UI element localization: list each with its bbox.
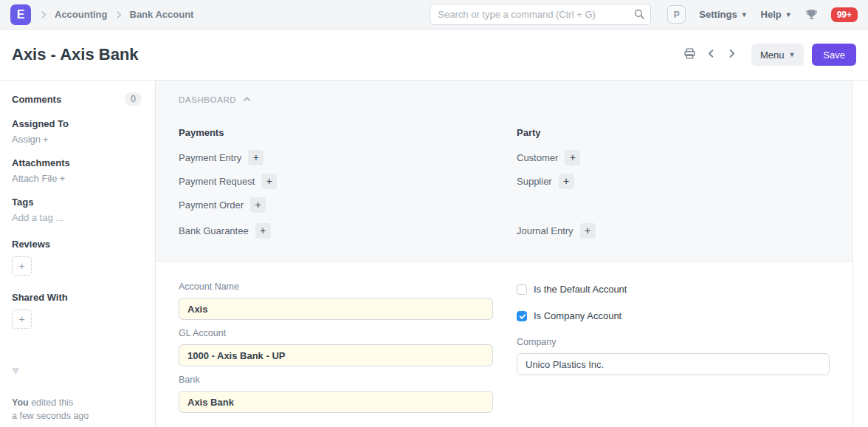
- add-journal-entry-button[interactable]: +: [580, 223, 596, 239]
- attachments-label: Attachments: [12, 157, 142, 168]
- plus-icon: +: [18, 313, 24, 325]
- comments-count-badge[interactable]: 0: [125, 92, 142, 106]
- is-company-account-checkbox[interactable]: [517, 311, 527, 321]
- is-default-account-checkbox-row[interactable]: Is the Default Account: [517, 284, 830, 295]
- comments-label: Comments: [12, 94, 61, 105]
- assign-button[interactable]: Assign+: [12, 134, 142, 145]
- save-button[interactable]: Save: [812, 44, 856, 66]
- is-default-account-checkbox[interactable]: [517, 284, 527, 295]
- dashboard-toggle[interactable]: DASHBOARD: [179, 95, 830, 104]
- plus-icon: +: [18, 260, 24, 272]
- dashboard-column-heading: Party: [517, 127, 830, 138]
- navbar-actions: P Settings ▼ Help ▼ 99+: [667, 5, 858, 24]
- add-payment-entry-button[interactable]: +: [248, 150, 264, 165]
- plus-icon: +: [585, 225, 590, 236]
- add-payment-order-button[interactable]: +: [250, 197, 266, 213]
- dashboard-column-payments: Payments Payment Entry + Payment Request…: [179, 127, 517, 247]
- page-header: Axis - Axis Bank Menu ▼ Save: [0, 30, 868, 81]
- breadcrumb-bank-account[interactable]: Bank Account: [130, 9, 194, 20]
- dashboard-link-journal-entry: Journal Entry +: [517, 223, 830, 238]
- print-button[interactable]: [682, 46, 698, 64]
- navbar: E Accounting Bank Account P Settings ▼ H…: [0, 0, 868, 30]
- breadcrumb: Accounting Bank Account: [38, 9, 193, 20]
- like-heart-icon[interactable]: ♥: [12, 363, 142, 378]
- global-search: [430, 4, 651, 25]
- company-field: Company: [517, 337, 830, 375]
- plus-icon: +: [260, 225, 266, 236]
- edited-time: a few seconds ago: [12, 411, 89, 421]
- notification-count-badge[interactable]: 99+: [831, 7, 858, 22]
- add-share-button[interactable]: +: [12, 310, 32, 329]
- bank-label: Bank: [179, 375, 493, 385]
- account-name-input[interactable]: [179, 298, 493, 320]
- form-sidebar: Comments 0 Assigned To Assign+ Attachmen…: [0, 81, 156, 426]
- help-menu[interactable]: Help ▼: [761, 9, 792, 20]
- right-gutter: [853, 81, 868, 426]
- search-input[interactable]: [430, 4, 651, 25]
- chevron-down-icon: ▼: [788, 51, 795, 58]
- dashboard-link-payment-order: Payment Order +: [179, 197, 517, 212]
- gl-account-field: GL Account: [179, 328, 493, 366]
- add-payment-request-button[interactable]: +: [261, 174, 277, 189]
- dashboard-section-title: DASHBOARD: [179, 95, 236, 104]
- gl-account-input[interactable]: [179, 344, 493, 366]
- app-logo[interactable]: E: [10, 4, 31, 25]
- account-name-field: Account Name: [179, 281, 493, 320]
- plus-icon: +: [563, 175, 569, 187]
- user-avatar[interactable]: P: [667, 5, 686, 24]
- form-column-left: Account Name GL Account Bank: [179, 281, 493, 421]
- last-edited-note: You edited this a few seconds ago: [12, 396, 142, 423]
- trophy-icon[interactable]: [805, 8, 818, 21]
- assigned-to-label: Assigned To: [12, 118, 142, 129]
- chevron-down-icon: ▼: [741, 11, 748, 18]
- settings-label: Settings: [699, 9, 737, 20]
- menu-button-label: Menu: [760, 49, 785, 61]
- page-title: Axis - Axis Bank: [12, 45, 139, 64]
- company-input[interactable]: [517, 353, 830, 375]
- plus-icon: +: [43, 134, 49, 145]
- add-bank-guarantee-button[interactable]: +: [255, 223, 271, 239]
- search-icon: [633, 8, 645, 23]
- bank-input[interactable]: [179, 391, 493, 413]
- content-area: Comments 0 Assigned To Assign+ Attachmen…: [0, 81, 868, 426]
- account-name-label: Account Name: [179, 281, 493, 292]
- menu-button[interactable]: Menu ▼: [751, 44, 804, 66]
- gl-account-label: GL Account: [179, 328, 493, 338]
- is-default-account-label: Is the Default Account: [534, 284, 627, 295]
- company-label: Company: [517, 337, 830, 347]
- shared-with-label: Shared With: [12, 292, 142, 303]
- plus-icon: +: [253, 151, 259, 163]
- dashboard-link-payment-request: Payment Request +: [179, 174, 517, 188]
- dashboard-link-payment-entry: Payment Entry +: [179, 150, 517, 165]
- is-company-account-checkbox-row[interactable]: Is Company Account: [517, 310, 830, 321]
- chevron-down-icon: ▼: [785, 11, 792, 18]
- form-column-right: Is the Default Account Is Company Accoun…: [517, 281, 830, 421]
- next-record-button[interactable]: [725, 47, 739, 63]
- plus-icon: +: [266, 175, 272, 187]
- form-main: DASHBOARD Payments Payment Entry + Payme…: [156, 81, 853, 426]
- add-customer-button[interactable]: +: [565, 150, 580, 165]
- help-label: Help: [761, 9, 782, 20]
- chevron-right-icon: [38, 10, 49, 20]
- chevron-left-icon: [706, 48, 717, 61]
- dashboard-column-heading: Payments: [179, 127, 517, 138]
- attach-file-button[interactable]: Attach File+: [12, 173, 142, 184]
- chevron-right-icon: [114, 10, 124, 20]
- plus-icon: +: [59, 173, 65, 184]
- add-review-button[interactable]: +: [12, 256, 32, 276]
- dashboard-link-customer: Customer +: [517, 150, 830, 165]
- settings-menu[interactable]: Settings ▼: [699, 9, 747, 20]
- breadcrumb-accounting[interactable]: Accounting: [55, 9, 108, 20]
- add-supplier-button[interactable]: +: [559, 174, 574, 189]
- chevron-up-icon: [242, 95, 252, 104]
- plus-icon: +: [255, 199, 261, 211]
- add-tag-input[interactable]: Add a tag ...: [12, 212, 142, 223]
- dashboard-section: DASHBOARD Payments Payment Entry + Payme…: [156, 81, 852, 262]
- prev-record-button[interactable]: [704, 47, 718, 63]
- bank-field: Bank: [179, 375, 493, 413]
- plus-icon: +: [570, 151, 576, 163]
- tags-label: Tags: [12, 197, 142, 208]
- edited-by: You: [12, 397, 29, 408]
- dashboard-link-bank-guarantee: Bank Guarantee +: [179, 223, 517, 238]
- printer-icon: [683, 47, 696, 62]
